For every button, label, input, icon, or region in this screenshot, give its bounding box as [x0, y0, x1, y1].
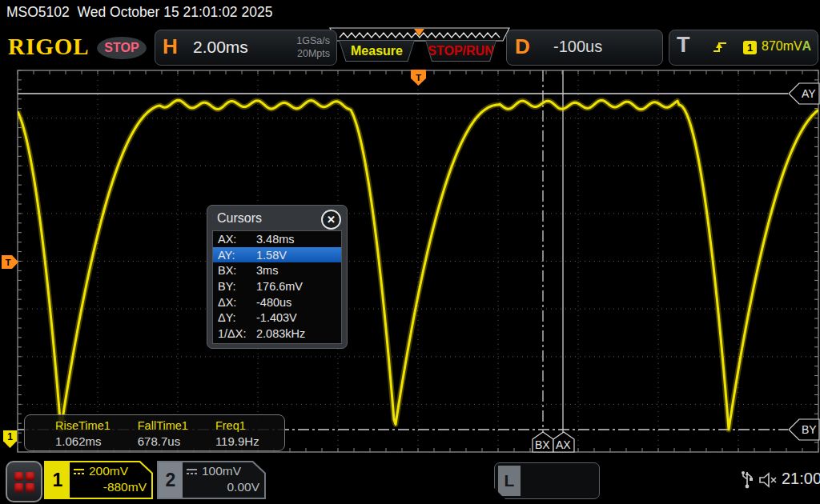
logic-analyzer-tab[interactable]: L 0 1 2 3 4 5 6 7 8 9 10 11 12 13 14 15 [494, 462, 600, 499]
cursors-dialog: Cursors ✕ AX:3.48ms AY:1.58V BX:3ms BY:1… [207, 205, 348, 349]
channel1-scale: 200mV [89, 463, 128, 479]
cursor-row-bx[interactable]: BX:3ms [213, 262, 341, 278]
trigger-level-value: 870mV [762, 39, 802, 54]
cursor-row-dy[interactable]: ΔY:-1.403V [213, 310, 341, 326]
menu-grid-icon [14, 483, 23, 492]
channel2-tab[interactable]: 2 100mV 0.00V [157, 461, 266, 499]
coupling-dc-icon [73, 467, 85, 476]
delay-panel[interactable]: D -100us [506, 30, 663, 66]
menu-grid-button[interactable] [6, 461, 42, 502]
coupling-dc-icon [186, 467, 198, 476]
cursor-row-ay[interactable]: AY:1.58V [213, 247, 341, 263]
cursor-row-by[interactable]: BY:176.6mV [213, 278, 341, 294]
measurement-falltime: FallTime1 678.7us [138, 419, 188, 450]
channel2-scale: 100mV [202, 463, 241, 479]
cursor-bx-tag[interactable]: BX [532, 431, 554, 453]
horizontal-label: H [163, 34, 178, 59]
trigger-label: T [677, 33, 690, 58]
sound-muted-icon[interactable] [758, 470, 778, 490]
run-state-badge[interactable]: STOP [97, 37, 147, 59]
usb-icon [741, 469, 754, 490]
trigger-mode-auto: A [802, 39, 811, 54]
stop-run-button-label: STOP/RUN [428, 44, 493, 58]
channel1-number: 1 [46, 462, 70, 498]
svg-text:AX: AX [556, 438, 571, 451]
cursor-row-ax[interactable]: AX:3.48ms [213, 231, 341, 247]
menu-grid-icon [14, 472, 23, 481]
cursor-by-tag[interactable]: BY [788, 418, 820, 441]
menu-grid-icon [26, 472, 34, 481]
svg-text:BX: BX [535, 438, 550, 451]
channel1-tab[interactable]: 1 200mV -880mV [44, 461, 153, 499]
menu-grid-icon [26, 483, 34, 492]
cursor-ay-tag[interactable]: AY [788, 82, 820, 105]
stop-run-button[interactable]: STOP/RUN [425, 40, 496, 62]
measure-button[interactable]: Measure [339, 40, 415, 62]
trigger-edge-icon [711, 39, 729, 55]
close-icon[interactable]: ✕ [321, 210, 341, 230]
channel2-offset: 0.00V [186, 479, 259, 495]
cursors-dialog-title: Cursors [217, 211, 262, 226]
horizontal-panel[interactable]: H 2.00ms 1GSa/s 20Mpts [155, 30, 337, 66]
delay-value: -100us [553, 38, 602, 56]
rigol-logo: RIGOL [8, 34, 90, 60]
acquisition-info: 1GSa/s 20Mpts [296, 34, 330, 60]
measurement-risetime: RiseTime1 1.062ms [55, 419, 111, 450]
cursor-row-dx[interactable]: ΔX:-480us [213, 294, 341, 310]
measurement-freq: Freq1 119.9Hz [215, 419, 259, 450]
trigger-source-badge: 1 [743, 41, 757, 54]
trigger-panel[interactable]: T 1 870mV A [669, 30, 818, 66]
svg-text:AY: AY [802, 87, 816, 100]
delay-label: D [515, 34, 530, 59]
measure-button-label: Measure [351, 44, 403, 58]
timebase-value: 2.00ms [193, 38, 248, 57]
svg-text:BY: BY [802, 423, 817, 436]
channel1-offset: -880mV [73, 479, 147, 495]
cursor-ax-tag[interactable]: AX [553, 431, 575, 453]
cursor-row-inv-dx[interactable]: 1/ΔX:2.083kHz [213, 326, 341, 342]
channel2-number: 2 [159, 462, 183, 498]
measurement-results-panel: RiseTime1 1.062ms FallTime1 678.7us Freq… [24, 414, 285, 451]
sample-rate: 1GSa/s [296, 34, 330, 47]
status-bar-title: MSO5102 Wed October 15 21:01:02 2025 [6, 4, 272, 21]
cursors-value-list: AX:3.48ms AY:1.58V BX:3ms BY:176.6mV ΔX:… [212, 230, 342, 344]
clock[interactable]: 21:00 [782, 470, 820, 488]
memory-depth: 20Mpts [296, 47, 330, 60]
logic-analyzer-label: L [498, 466, 521, 496]
